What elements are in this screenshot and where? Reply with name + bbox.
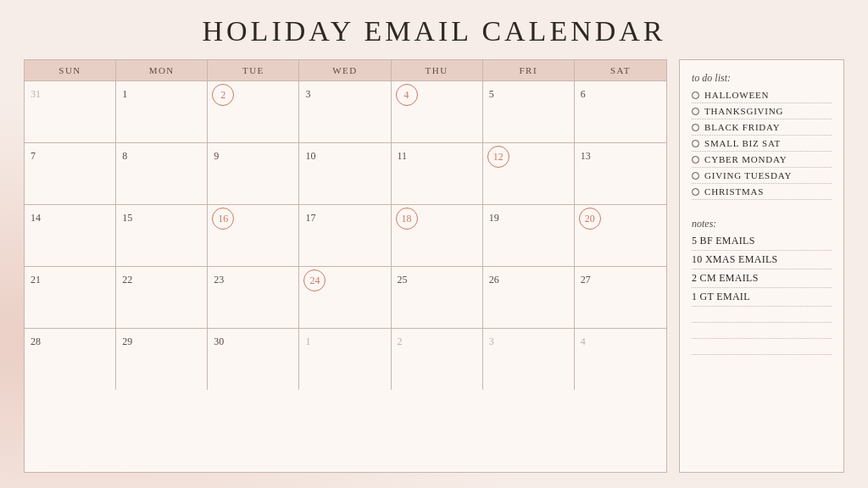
calendar-row: 31123456	[25, 80, 666, 142]
calendar-row: 14151617181920	[25, 204, 666, 266]
cell-number: 10	[305, 150, 315, 162]
todo-circle-icon	[692, 172, 699, 180]
todo-label: GIVING TUESDAY	[704, 170, 792, 180]
cell-number: 11	[398, 150, 408, 162]
todo-label: SMALL BIZ SAT	[704, 138, 781, 148]
calendar-cell: 6	[575, 81, 666, 142]
calendar-cell: 30	[208, 329, 299, 390]
calendar-cell: 10	[299, 143, 391, 204]
calendar-cell: 16	[208, 205, 299, 266]
calendar-header-cell: MON	[116, 60, 208, 80]
calendar-cell: 28	[25, 329, 116, 390]
cell-number: 28	[31, 336, 41, 347]
calendar-cell: 20	[575, 205, 666, 266]
calendar-header-cell: TUE	[208, 60, 299, 80]
cell-number: 8	[122, 150, 127, 162]
calendar-body: 3112345678910111213141516171819202122232…	[25, 80, 666, 390]
todo-circle-icon	[692, 188, 699, 196]
cell-number: 3	[305, 88, 310, 100]
calendar-header-cell: THU	[392, 60, 483, 80]
cell-number: 26	[489, 274, 499, 286]
cell-number: 4	[581, 336, 586, 347]
calendar-cell: 5	[483, 81, 575, 142]
cell-number: 7	[31, 150, 36, 162]
blank-line-1	[692, 309, 832, 323]
calendar-cell: 18	[392, 205, 483, 266]
circled-date: 2	[212, 84, 234, 106]
todo-item: BLACK FRIDAY	[692, 122, 832, 136]
calendar-cell: 4	[575, 329, 666, 390]
todo-item: SMALL BIZ SAT	[692, 138, 832, 152]
cell-number: 2	[398, 336, 403, 347]
calendar-header: SUNMONTUEWEDTHUFRISAT	[25, 60, 666, 80]
circled-date: 12	[487, 146, 509, 168]
calendar-cell: 1	[299, 329, 391, 390]
calendar-cell: 13	[575, 143, 666, 204]
todo-list: HALLOWEENTHANKSGIVINGBLACK FRIDAYSMALL B…	[692, 90, 832, 202]
cell-number: 6	[581, 88, 586, 100]
calendar-cell: 23	[208, 267, 299, 328]
todo-label: CYBER MONDAY	[704, 154, 787, 164]
calendar-cell: 29	[116, 329, 208, 390]
cell-number: 22	[122, 274, 132, 286]
todo-item: HALLOWEEN	[692, 90, 832, 103]
calendar-cell: 15	[116, 205, 208, 266]
notes-title: notes:	[692, 218, 832, 230]
calendar-cell: 19	[483, 205, 575, 266]
todo-circle-icon	[692, 156, 699, 164]
cell-number: 25	[398, 274, 408, 286]
calendar-header-cell: SAT	[575, 60, 666, 80]
calendar-header-cell: FRI	[483, 60, 575, 80]
todo-circle-icon	[692, 124, 699, 131]
circled-date: 20	[579, 208, 601, 230]
circled-date: 4	[396, 84, 418, 106]
circled-date: 16	[212, 208, 234, 230]
cell-number: 9	[214, 150, 219, 162]
note-item: 5 BF EMAILS	[692, 235, 832, 251]
todo-circle-icon	[692, 92, 699, 99]
todo-item: GIVING TUESDAY	[692, 170, 832, 184]
calendar-cell: 11	[392, 143, 483, 204]
note-item: 1 GT EMAIL	[692, 291, 832, 307]
calendar-cell: 25	[392, 267, 483, 328]
blank-line-2	[692, 325, 832, 339]
calendar-header-cell: SUN	[25, 60, 116, 80]
calendar-cell: 3	[299, 81, 391, 142]
cell-number: 23	[214, 274, 224, 286]
calendar-cell: 2	[208, 81, 299, 142]
todo-item: CHRISTMAS	[692, 186, 832, 200]
main-content: SUNMONTUEWEDTHUFRISAT 311234567891011121…	[24, 59, 844, 473]
calendar-row: 78910111213	[25, 142, 666, 204]
todo-title: to do list:	[692, 72, 832, 85]
calendar: SUNMONTUEWEDTHUFRISAT 311234567891011121…	[24, 59, 667, 473]
calendar-cell: 24	[299, 267, 391, 328]
calendar-cell: 26	[483, 267, 575, 328]
todo-circle-icon	[692, 140, 699, 147]
circled-date: 18	[396, 208, 418, 230]
calendar-cell: 8	[116, 143, 208, 204]
calendar-cell: 1	[116, 81, 208, 142]
cell-number: 1	[305, 336, 310, 347]
blank-line-3	[692, 341, 832, 355]
calendar-cell: 27	[575, 267, 666, 328]
cell-number: 15	[122, 212, 132, 224]
calendar-cell: 3	[483, 329, 575, 390]
cell-number: 27	[581, 274, 591, 286]
todo-label: BLACK FRIDAY	[704, 122, 781, 132]
calendar-cell: 31	[25, 81, 116, 142]
cell-number: 3	[489, 336, 494, 347]
todo-item: CYBER MONDAY	[692, 154, 832, 168]
cell-number: 13	[581, 150, 591, 162]
calendar-cell: 7	[25, 143, 116, 204]
todo-label: CHRISTMAS	[704, 186, 764, 197]
cell-number: 1	[122, 88, 127, 100]
page-title: HOLIDAY EMAIL CALENDAR	[203, 15, 666, 47]
notes-section: notes: 5 BF EMAILS10 XMAS EMAILS2 CM EMA…	[692, 218, 832, 309]
todo-circle-icon	[692, 108, 699, 115]
calendar-cell: 9	[208, 143, 299, 204]
note-item: 2 CM EMAILS	[692, 272, 832, 288]
cell-number: 17	[305, 212, 315, 224]
note-item: 10 XMAS EMAILS	[692, 253, 832, 269]
calendar-cell: 17	[299, 205, 391, 266]
circled-date: 24	[303, 269, 326, 291]
